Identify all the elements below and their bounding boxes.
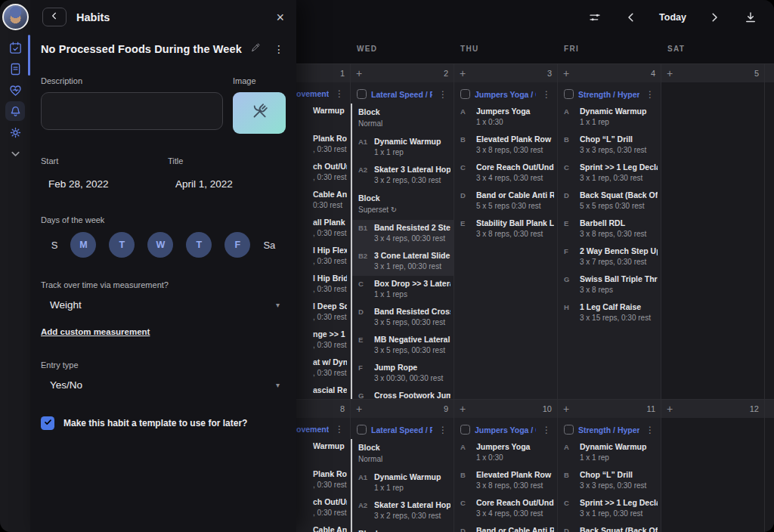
add-workout-button[interactable]: + xyxy=(460,404,469,414)
exercise-sets: 3 x 5 reps, 00:30 rest xyxy=(374,346,450,355)
today-button[interactable]: Today xyxy=(658,12,688,23)
calendar-day-cell[interactable]: +9Lateral Speed / Plyo⋮BlockNormalA1Dyna… xyxy=(351,400,454,532)
back-button[interactable] xyxy=(42,8,67,26)
exercise-item[interactable]: BChop “L” Drill3 x 3 reps, 0:30 rest xyxy=(558,131,661,159)
workout-title-row[interactable]: Strength / Hypertro...⋮ xyxy=(558,85,661,104)
workout-title-row[interactable]: Jumpers Yoga / Core⋮ xyxy=(454,420,557,439)
habit-image-tile[interactable] xyxy=(233,92,286,134)
day-chip-f[interactable]: F xyxy=(224,232,250,258)
exercise-item[interactable]: EBarbell RDL3 x 8 reps, 0:30 rest xyxy=(558,215,661,243)
calendar-day-cell[interactable]: +3Jumpers Yoga / Core⋮AJumpers Yoga1 x 0… xyxy=(454,64,558,399)
day-chip-s[interactable]: S xyxy=(51,240,58,251)
rail-bell-icon[interactable] xyxy=(5,101,25,121)
workout-menu-button[interactable]: ⋮ xyxy=(644,425,656,435)
exercise-item[interactable]: EStability Ball Plank Linear ...3 x 8 re… xyxy=(454,215,557,243)
workout-menu-button[interactable]: ⋮ xyxy=(437,425,449,435)
exercise-item[interactable]: GSwiss Ball Triple Threat3 x 8 reps xyxy=(558,271,661,299)
exercise-item[interactable]: B1Band Resisted 2 Step Late...3 x 4 reps… xyxy=(352,220,454,248)
add-workout-button[interactable]: + xyxy=(667,404,676,414)
exercise-item[interactable]: A1Dynamic Warmup1 x 1 rep xyxy=(352,134,454,162)
exercise-item[interactable]: H1 Leg Calf Raise3 x 15 reps, 0:30 rest xyxy=(558,299,661,327)
download-button[interactable] xyxy=(741,8,760,27)
template-checkbox[interactable] xyxy=(41,416,54,430)
exercise-item[interactable]: BChop “L” Drill3 x 3 reps, 0:30 rest xyxy=(558,467,661,495)
workout-title-row[interactable]: Lateral Speed / Plyo⋮ xyxy=(351,420,454,439)
calendar-day-cell[interactable]: +12 xyxy=(661,400,765,532)
exercise-item[interactable]: CBox Drop >> 3 Lateral H...1 x 1 reps xyxy=(352,276,454,304)
exercise-item[interactable]: B23 Cone Lateral Slide3 x 1 rep, 00:30 r… xyxy=(352,248,454,276)
exercise-item[interactable]: A1Dynamic Warmup1 x 1 rep xyxy=(352,469,454,497)
calendar-day-cell[interactable]: +2Lateral Speed / Plyo⋮BlockNormalA1Dyna… xyxy=(351,64,454,399)
workout-checkbox[interactable] xyxy=(357,425,367,435)
exercise-item[interactable]: AJumpers Yoga1 x 0:30 xyxy=(454,104,557,131)
entry-type-select[interactable]: Yes/No ▾ xyxy=(50,379,280,391)
measurement-select[interactable]: Weight ▾ xyxy=(50,299,280,311)
rail-gear-icon[interactable] xyxy=(5,122,25,142)
workout-menu-button[interactable]: ⋮ xyxy=(437,90,449,99)
add-workout-button[interactable]: + xyxy=(356,68,365,79)
exercise-item[interactable]: AJumpers Yoga1 x 0:30 xyxy=(454,439,557,467)
habit-menu-button[interactable]: ⋮ xyxy=(274,44,284,54)
start-date-value[interactable]: Feb 28, 2022 xyxy=(48,178,168,190)
exercise-item[interactable]: DBand Resisted Crossover...3 x 5 reps, 0… xyxy=(352,304,454,332)
exercise-item[interactable]: CCore Reach Out/Under3 x 4 reps, 0:30 re… xyxy=(454,495,557,523)
workout-title-row[interactable]: Strength / Hypertro...⋮ xyxy=(558,420,661,439)
end-date-value[interactable]: April 1, 2022 xyxy=(175,178,295,190)
workout-checkbox[interactable] xyxy=(357,89,367,99)
calendar-day-cell[interactable]: +4Strength / Hypertro...⋮ADynamic Warmup… xyxy=(558,64,661,399)
add-workout-button[interactable]: + xyxy=(563,68,572,79)
add-custom-measurement-link[interactable]: Add custom measurement xyxy=(41,327,150,336)
exercise-item[interactable]: DBack Squat (Back Off Set)5 x 5 reps 0:3… xyxy=(558,187,661,215)
day-chip-t[interactable]: T xyxy=(186,232,212,258)
day-chip-sa[interactable]: Sa xyxy=(263,240,275,251)
workout-menu-button[interactable]: ⋮ xyxy=(540,90,553,99)
rail-calendar-check-icon[interactable] xyxy=(5,38,25,57)
exercise-item[interactable]: DBand or Cable Anti Rotati...5 x 5 reps … xyxy=(454,523,557,532)
exercise-item[interactable]: CSprint >> 1 Leg Declarations3 x 1 rep, … xyxy=(558,495,661,523)
workout-menu-button[interactable]: ⋮ xyxy=(333,89,345,98)
calendar-day-cell[interactable]: +5 xyxy=(661,64,765,399)
workout-menu-button[interactable]: ⋮ xyxy=(540,425,553,435)
exercise-item[interactable]: F2 Way Bench Step Up3 x 7 reps, 0:30 res… xyxy=(558,243,661,271)
workout-title-row[interactable]: Jumpers Yoga / Core⋮ xyxy=(454,85,557,104)
add-workout-button[interactable]: + xyxy=(356,404,365,414)
exercise-item[interactable]: BElevated Plank Row3 x 8 reps, 0:30 rest xyxy=(454,131,557,159)
calendar-day-cell[interactable]: +11Strength / Hypertro...⋮ADynamic Warmu… xyxy=(558,400,661,532)
add-workout-button[interactable]: + xyxy=(563,404,572,414)
exercise-item[interactable]: DBack Squat (Back Off Set)5 x 5 reps 0:3… xyxy=(558,523,661,532)
workout-checkbox[interactable] xyxy=(564,89,574,99)
day-chip-m[interactable]: M xyxy=(70,232,96,258)
day-chip-t[interactable]: T xyxy=(109,232,135,258)
close-button[interactable]: × xyxy=(276,11,284,24)
workout-menu-button[interactable]: ⋮ xyxy=(333,425,345,434)
edit-pencil-icon[interactable] xyxy=(250,42,261,56)
exercise-item[interactable]: ADynamic Warmup1 x 1 rep xyxy=(558,104,661,131)
rail-document-icon[interactable] xyxy=(5,59,25,79)
add-workout-button[interactable]: + xyxy=(667,68,676,79)
exercise-item[interactable]: DBand or Cable Anti Rotati...5 x 5 reps … xyxy=(454,187,557,215)
exercise-item[interactable]: CSprint >> 1 Leg Declarations3 x 1 rep, … xyxy=(558,159,661,187)
exercise-item[interactable]: GCross Footwork Jump Rope3 x 00:30, 00:3… xyxy=(352,388,454,399)
exercise-item[interactable]: EMB Negative Lateral Hop...3 x 5 reps, 0… xyxy=(352,332,454,360)
next-week-button[interactable] xyxy=(704,8,724,27)
exercise-item[interactable]: FJump Rope3 x 00:30, 00:30 rest xyxy=(352,360,454,388)
exercise-item[interactable]: A2Skater 3 Lateral Hops >> ...3 x 2 reps… xyxy=(352,497,454,525)
exercise-item[interactable]: ADynamic Warmup1 x 1 rep xyxy=(558,439,661,467)
workout-title-row[interactable]: Lateral Speed / Plyo⋮ xyxy=(351,85,454,104)
workout-checkbox[interactable] xyxy=(460,425,470,435)
add-workout-button[interactable]: + xyxy=(460,68,469,79)
day-chip-w[interactable]: W xyxy=(147,232,173,258)
rail-chevron-down-icon[interactable] xyxy=(5,144,25,163)
rail-heart-pulse-icon[interactable] xyxy=(5,80,25,100)
workout-menu-button[interactable]: ⋮ xyxy=(644,90,656,99)
exercise-item[interactable]: A2Skater 3 Lateral Hops >> ...3 x 2 reps… xyxy=(352,162,454,190)
workout-checkbox[interactable] xyxy=(460,89,470,99)
workout-checkbox[interactable] xyxy=(564,425,574,435)
user-avatar[interactable] xyxy=(2,4,29,30)
prev-week-button[interactable] xyxy=(621,8,641,27)
description-input[interactable] xyxy=(41,92,223,130)
calendar-day-cell[interactable]: +10Jumpers Yoga / Core⋮AJumpers Yoga1 x … xyxy=(454,400,558,532)
exercise-item[interactable]: CCore Reach Out/Under3 x 4 reps, 0:30 re… xyxy=(454,159,557,187)
filter-button[interactable] xyxy=(585,8,605,27)
exercise-item[interactable]: BElevated Plank Row3 x 8 reps, 0:30 rest xyxy=(454,467,557,495)
